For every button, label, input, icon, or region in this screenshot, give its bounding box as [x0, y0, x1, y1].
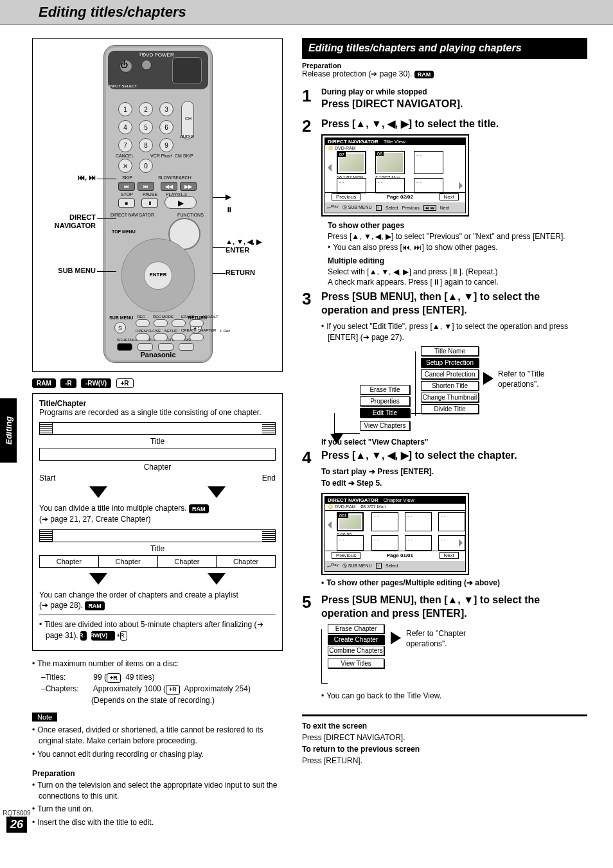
step-num-4: 4: [302, 449, 315, 466]
playlist-text: You can change the order of chapters and…: [39, 590, 276, 610]
vcr-plus-label: VCR Plus+: [150, 154, 172, 158]
remote-top-panel: DVD POWER ⏻ TV INPUT SELECT: [108, 51, 208, 89]
release-line: Release protection (➔ page 30). RAM: [302, 69, 587, 78]
key-8: 8: [139, 138, 153, 152]
ch-empty: [405, 512, 432, 531]
doc-id: RQT8009: [3, 810, 31, 817]
step-3: 3 Press [SUB MENU], then [▲, ▼] to selec…: [302, 290, 587, 447]
finalize-text: Titles are divided into about 5-minute c…: [39, 619, 276, 641]
thumb-empty2: [337, 178, 366, 193]
ch-thumb-001: 001: [337, 512, 364, 531]
end-label: End: [262, 474, 276, 483]
badge-ram-inline: RAM: [189, 504, 209, 513]
mt-properties: Properties: [360, 396, 410, 406]
pause-button: ⏸: [141, 199, 158, 208]
chap-seg: Chapter: [158, 556, 217, 567]
tv-power-button: [141, 60, 152, 70]
line: [213, 273, 226, 274]
tv-screen-chapter-view: DIRECT NAVIGATOR Chapter View 📀 DVD-RAM …: [321, 493, 469, 575]
step-1: 1 During play or while stopped Press [DI…: [302, 87, 587, 115]
sub-menu-r-label: SUB MENU: [109, 315, 133, 320]
step-num-1: 1: [302, 87, 315, 104]
badge-plus-r-inline2: +R: [166, 685, 180, 695]
start-label: Start: [39, 474, 55, 483]
stop-button: ■: [118, 199, 135, 208]
mt-change-thumb: Change Thumbnail: [421, 393, 479, 402]
brand-label: Panasonic: [104, 351, 212, 359]
down-arrow-icon: [89, 573, 107, 585]
key-3: 3: [159, 102, 173, 116]
badge-r: -R: [80, 631, 87, 641]
key-0: 0: [139, 159, 153, 173]
ct-line: [321, 629, 322, 683]
right-arrow-icon: [483, 372, 493, 385]
tvc-prev: Previous: [332, 552, 360, 559]
key-5: 5: [139, 120, 153, 134]
tc-line1: Programs are recorded as a single title …: [39, 408, 276, 417]
limits-list: –Titles: 99 (+R 49 titles) –Chapters: Ap…: [32, 671, 283, 706]
tvc-page: Page 01/01: [367, 553, 432, 558]
exit-b1: Press [DIRECT NAVIGATOR].: [302, 732, 587, 743]
thumb-empty4: [414, 178, 443, 193]
display-btn: [138, 343, 153, 351]
badge-plus-r: +R: [116, 378, 134, 388]
step-4: 4 Press [▲, ▼, ◀, ▶] to select the chapt…: [302, 449, 587, 590]
audio-label: AUDIO: [180, 134, 194, 139]
exit-b2: Press [RETURN].: [302, 755, 587, 766]
callout-return: RETURN: [226, 269, 283, 277]
slow-search-label: SLOW/SEARCH: [158, 175, 191, 180]
right-arrow-icon2: [391, 632, 401, 644]
ct-create: Create Chapter: [328, 635, 384, 644]
ct-combine: Combine Chapters: [328, 646, 384, 655]
tv-power-label: TV: [139, 52, 145, 57]
step4-main: Press [▲, ▼, ◀, ▶] to select the chapter…: [321, 449, 587, 463]
line: [97, 218, 116, 219]
mt-cancel-protection: Cancel Protection: [421, 369, 479, 379]
callout-play: ▶: [226, 193, 283, 201]
badge-minus-rw: -RW(V): [81, 378, 111, 388]
remote-figure: DVD POWER ⏻ TV INPUT SELECT 1 2 3 4 5 6 …: [32, 38, 283, 372]
tv-screen-title-view: DIRECT NAVIGATOR Title View 📀 DVD-RAM 07…: [321, 134, 469, 217]
ct-view-titles: View Titles: [328, 659, 384, 668]
remote-bottom-rows: RECREC MODEERASEADD/DLT OPEN/CLOSESETUPC…: [136, 315, 276, 341]
prep-heading-left: Preparation: [32, 769, 283, 778]
exit-block: To exit the screen Press [DIRECT NAVIGAT…: [302, 714, 587, 766]
schedule-btn: [117, 343, 132, 351]
mt-refer-label: Refer to "Title operations".: [498, 369, 556, 389]
step-5: 5 Press [SUB MENU], then [▲, ▼] to selec…: [302, 594, 587, 704]
cancel-label: CANCEL: [116, 154, 134, 158]
line: [213, 197, 226, 198]
chap-seg: Chapter: [99, 556, 158, 567]
left-tri2: [328, 521, 332, 529]
note-2: You cannot edit during recording or chas…: [32, 749, 283, 760]
pause-label: PAUSE: [143, 192, 157, 197]
down-arrow-icon: [89, 486, 107, 498]
step2-main: Press [▲, ▼, ◀, ▶] to select the title.: [321, 118, 587, 131]
chap-seg: Chapter: [40, 556, 99, 567]
tvc-header-l: DIRECT NAVIGATOR: [328, 497, 378, 503]
sub-menu-button: S: [114, 322, 126, 333]
mt-erase-title: Erase Title: [360, 385, 410, 394]
prep-1: Turn on the television and select the ap…: [32, 780, 283, 802]
step5-bullet: You can go back to the Title View.: [321, 691, 587, 702]
hint1-bullet: You can also press [⏮, ⏭] to show other …: [328, 242, 587, 253]
menu-tree-chapter: Erase Chapter Create Chapter Combine Cha…: [321, 624, 587, 688]
tree-line: [334, 413, 360, 434]
step-num-5: 5: [302, 594, 315, 610]
step3-main: Press [SUB MENU], then [▲, ▼] to select …: [321, 290, 587, 317]
left-tri: [328, 164, 332, 172]
mt-divide-title: Divide Title: [421, 404, 479, 414]
ct-line2: [321, 683, 328, 684]
prep-2: Turn the unit on.: [32, 804, 283, 815]
tv-prev: Previous: [332, 193, 360, 200]
skip-next-button: ⏭: [138, 182, 154, 191]
skip-label: SKIP: [122, 175, 132, 180]
tvc-legend: ↩Play Ⓢ SUB MENU ↕Select: [325, 561, 465, 571]
callout-skip: ⏮, ⏭: [38, 173, 96, 182]
timeslip-btn: [179, 343, 194, 351]
ch-empty: [337, 535, 364, 551]
tvc-next: Next: [440, 552, 459, 559]
tv-hints: To show other pages Press [▲, ▼, ◀, ▶] t…: [328, 220, 587, 288]
step5-main: Press [SUB MENU], then [▲, ▼] to select …: [321, 594, 587, 621]
page-number-box: RQT8009 26: [3, 810, 31, 833]
